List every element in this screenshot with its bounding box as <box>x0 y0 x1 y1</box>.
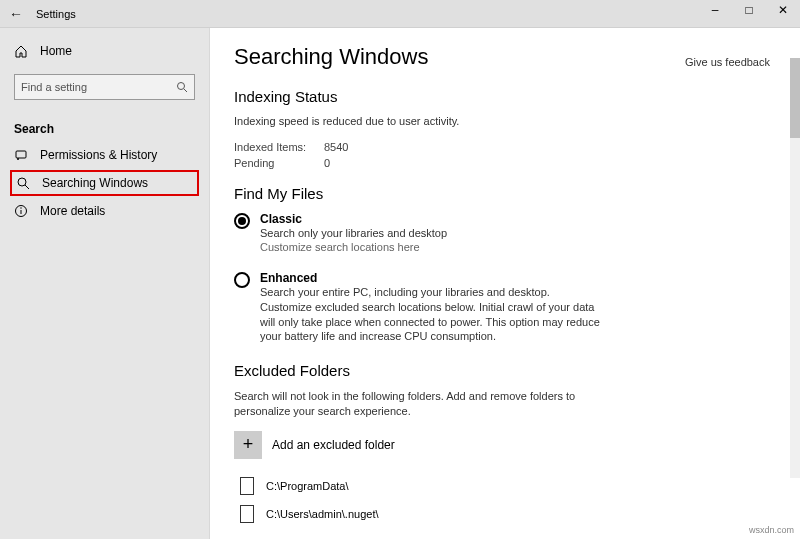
home-icon <box>14 44 30 58</box>
svg-line-5 <box>25 185 29 189</box>
excluded-folder-item[interactable]: C:\Users\admin\.nuget\ <box>234 501 750 529</box>
radio-enhanced[interactable]: Enhanced Search your entire PC, includin… <box>234 271 750 344</box>
watermark: wsxdn.com <box>749 525 794 535</box>
excluded-heading: Excluded Folders <box>234 362 750 379</box>
window-title: Settings <box>36 8 76 20</box>
sidebar-item-label: More details <box>40 204 105 218</box>
indexed-value: 8540 <box>324 141 364 153</box>
search-placeholder: Find a setting <box>21 81 87 93</box>
plus-icon: + <box>234 431 262 459</box>
sidebar-item-more-details[interactable]: More details <box>0 198 209 224</box>
customize-link[interactable]: Customize search locations here <box>260 241 447 253</box>
radio-desc: Search your entire PC, including your li… <box>260 285 600 344</box>
radio-label: Classic <box>260 212 447 226</box>
folder-icon <box>240 477 254 495</box>
radio-icon <box>234 213 250 229</box>
sidebar-item-permissions[interactable]: Permissions & History <box>0 142 209 168</box>
radio-icon <box>234 272 250 288</box>
svg-line-1 <box>184 89 187 92</box>
radio-desc: Search only your libraries and desktop <box>260 226 447 241</box>
info-icon <box>14 204 30 218</box>
minimize-button[interactable]: – <box>698 0 732 20</box>
add-folder-label: Add an excluded folder <box>272 438 395 452</box>
indexed-row: Indexed Items: 8540 <box>234 141 750 153</box>
main-content: Give us feedback Searching Windows Index… <box>210 28 800 539</box>
home-label: Home <box>40 44 72 58</box>
titlebar: ← Settings – □ ✕ <box>0 0 800 28</box>
find-heading: Find My Files <box>234 185 750 202</box>
sidebar-item-searching-windows[interactable]: Searching Windows <box>10 170 199 196</box>
svg-point-4 <box>18 178 26 186</box>
pending-row: Pending 0 <box>234 157 750 169</box>
folder-path: C:\Users\admin\.nuget\ <box>266 508 379 520</box>
sidebar-item-label: Permissions & History <box>40 148 157 162</box>
add-folder-button[interactable]: + Add an excluded folder <box>234 431 750 459</box>
close-button[interactable]: ✕ <box>766 0 800 20</box>
indexing-heading: Indexing Status <box>234 88 750 105</box>
page-heading: Searching Windows <box>234 44 750 70</box>
sidebar-heading: Search <box>0 114 209 142</box>
pending-value: 0 <box>324 157 364 169</box>
pending-label: Pending <box>234 157 324 169</box>
svg-point-3 <box>17 158 19 160</box>
scrollbar-thumb[interactable] <box>790 58 800 138</box>
home-link[interactable]: Home <box>0 38 209 64</box>
back-button[interactable]: ← <box>4 6 28 22</box>
excluded-folder-item[interactable]: C:\ProgramData\ <box>234 473 750 501</box>
maximize-button[interactable]: □ <box>732 0 766 20</box>
radio-classic[interactable]: Classic Search only your libraries and d… <box>234 212 750 253</box>
permissions-icon <box>14 148 30 162</box>
folder-icon <box>240 505 254 523</box>
svg-point-8 <box>20 207 21 208</box>
svg-point-0 <box>178 83 185 90</box>
search-icon <box>176 81 188 93</box>
search-icon <box>16 176 32 190</box>
feedback-link[interactable]: Give us feedback <box>685 56 770 68</box>
indexing-note: Indexing speed is reduced due to user ac… <box>234 115 750 127</box>
excluded-desc: Search will not look in the following fo… <box>234 389 584 419</box>
sidebar: Home Find a setting Search Permissions &… <box>0 28 210 539</box>
indexed-label: Indexed Items: <box>234 141 324 153</box>
folder-path: C:\ProgramData\ <box>266 480 349 492</box>
radio-label: Enhanced <box>260 271 600 285</box>
sidebar-item-label: Searching Windows <box>42 176 148 190</box>
search-input[interactable]: Find a setting <box>14 74 195 100</box>
svg-rect-2 <box>16 151 26 158</box>
